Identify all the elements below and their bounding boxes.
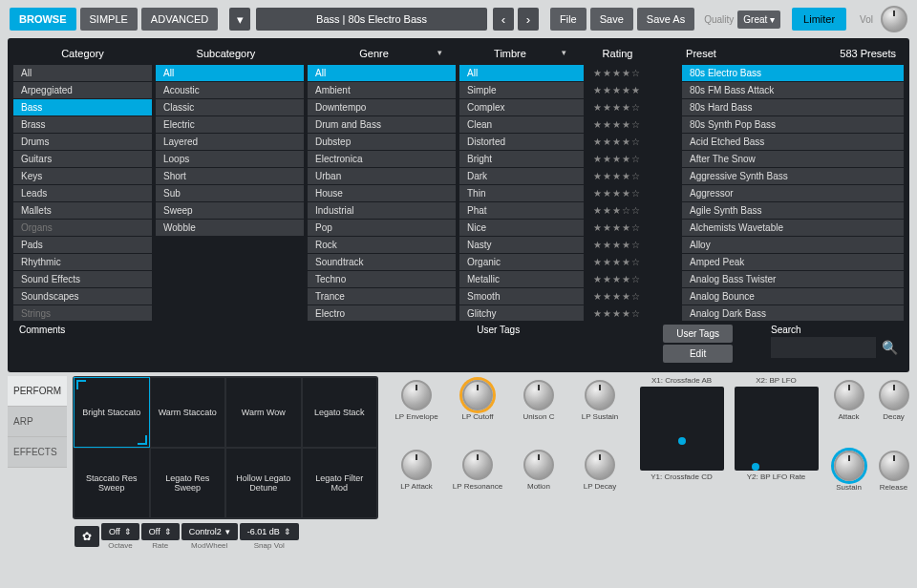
timbre-header[interactable]: Timbre xyxy=(448,44,572,65)
performance-pad[interactable]: Bright Staccato xyxy=(75,378,149,447)
list-item[interactable]: Drum and Bass xyxy=(308,116,456,133)
list-item[interactable]: Simple xyxy=(459,82,584,98)
macro-knob[interactable] xyxy=(523,450,554,480)
list-item[interactable]: Rhythmic xyxy=(13,254,152,270)
performance-pad[interactable]: Legato Res Sweep xyxy=(151,449,225,517)
file-button[interactable]: File xyxy=(550,8,586,31)
genre-header[interactable]: Genre xyxy=(300,44,448,65)
env-knob[interactable] xyxy=(879,451,909,481)
list-item[interactable]: 80s Synth Pop Bass xyxy=(682,116,904,133)
rating-row[interactable]: ★★★★☆ xyxy=(587,254,678,270)
perform-tab[interactable]: PERFORM xyxy=(8,376,67,407)
list-item[interactable]: Metallic xyxy=(459,271,584,287)
rating-list[interactable]: ★★★★☆★★★★★★★★★☆★★★★☆★★★★☆★★★★☆★★★★☆★★★★☆… xyxy=(587,65,678,321)
rating-row[interactable]: ★★★★☆ xyxy=(587,185,678,201)
performance-pad[interactable]: Legato Filter Mod xyxy=(303,449,377,517)
rating-row[interactable]: ★★★★☆ xyxy=(587,99,678,116)
list-item[interactable]: Nasty xyxy=(459,237,584,253)
rate-select[interactable]: Off ⇕ xyxy=(141,523,180,540)
modwheel-select[interactable]: Control2 ▾ xyxy=(181,523,238,540)
prev-preset-button[interactable]: ‹ xyxy=(493,8,514,31)
list-item[interactable]: Urban xyxy=(308,168,456,184)
search-input[interactable] xyxy=(771,337,876,358)
list-item[interactable]: Analog Bounce xyxy=(682,288,904,304)
list-item[interactable]: Organs xyxy=(13,220,152,236)
rating-row[interactable]: ★★★★☆ xyxy=(587,271,678,287)
list-item[interactable]: Industrial xyxy=(308,202,456,219)
list-item[interactable]: Loops xyxy=(156,151,304,167)
settings-gear-button[interactable]: ✿ xyxy=(75,526,99,547)
list-item[interactable]: Guitars xyxy=(13,151,152,167)
list-item[interactable]: Thin xyxy=(459,185,584,201)
rating-row[interactable]: ★★★★☆ xyxy=(587,134,678,150)
list-item[interactable]: Analog Bass Twister xyxy=(682,271,904,287)
simple-tab[interactable]: SIMPLE xyxy=(80,8,138,31)
list-item[interactable]: Dubstep xyxy=(308,134,456,150)
list-item[interactable]: Electric xyxy=(156,116,304,133)
list-item[interactable]: Techno xyxy=(308,271,456,287)
list-item[interactable]: 80s FM Bass Attack xyxy=(682,82,904,98)
subcategory-list[interactable]: AllAcousticClassicElectricLayeredLoopsSh… xyxy=(156,65,304,321)
list-item[interactable]: After The Snow xyxy=(682,151,904,167)
list-item[interactable]: All xyxy=(308,65,456,81)
performance-pad[interactable]: Hollow Legato Detune xyxy=(226,449,301,517)
genre-list[interactable]: AllAmbientDowntempoDrum and BassDubstepE… xyxy=(308,65,456,321)
timbre-list[interactable]: AllSimpleComplexCleanDistortedBrightDark… xyxy=(459,65,584,321)
list-item[interactable]: Distorted xyxy=(459,134,584,150)
list-item[interactable]: Pop xyxy=(308,220,456,236)
list-item[interactable]: Brass xyxy=(13,116,152,133)
save-button[interactable]: Save xyxy=(590,8,633,31)
category-list[interactable]: AllArpeggiatedBassBrassDrumsGuitarsKeysL… xyxy=(13,65,152,321)
list-item[interactable]: Analog Dark Bass xyxy=(682,305,904,321)
list-item[interactable]: Layered xyxy=(156,134,304,150)
list-item[interactable]: Trance xyxy=(308,288,456,304)
preset-list[interactable]: 80s Electro Bass80s FM Bass Attack80s Ha… xyxy=(682,65,904,321)
list-item[interactable]: Pads xyxy=(13,237,152,253)
limiter-button[interactable]: Limiter xyxy=(792,8,846,31)
advanced-tab[interactable]: ADVANCED xyxy=(141,8,218,31)
list-item[interactable]: Classic xyxy=(156,99,304,116)
list-item[interactable]: Bass xyxy=(13,99,152,116)
performance-pad[interactable]: Staccato Res Sweep xyxy=(75,449,149,517)
list-item[interactable]: Organic xyxy=(459,254,584,270)
macro-knob[interactable] xyxy=(585,450,615,480)
rating-row[interactable]: ★★★★☆ xyxy=(587,288,678,304)
list-item[interactable]: Aggressor xyxy=(682,185,904,201)
list-item[interactable]: Wobble xyxy=(156,220,304,236)
xy-pad-2[interactable] xyxy=(735,387,819,471)
rating-row[interactable]: ★★★☆☆ xyxy=(587,202,678,219)
list-item[interactable]: All xyxy=(156,65,304,81)
octave-select[interactable]: Off ⇕ xyxy=(101,523,139,540)
list-item[interactable]: Clean xyxy=(459,116,584,133)
list-item[interactable]: Smooth xyxy=(459,288,584,304)
list-item[interactable]: Alloy xyxy=(682,237,904,253)
effects-tab[interactable]: EFFECTS xyxy=(8,437,67,468)
list-item[interactable]: Ambient xyxy=(308,82,456,98)
list-item[interactable]: Soundscapes xyxy=(13,288,152,304)
list-item[interactable]: Strings xyxy=(13,305,152,321)
rating-row[interactable]: ★★★★☆ xyxy=(587,65,678,81)
list-item[interactable]: Aggressive Synth Bass xyxy=(682,168,904,184)
env-knob[interactable] xyxy=(834,380,864,410)
list-item[interactable]: Electro xyxy=(308,305,456,321)
list-item[interactable]: Electronica xyxy=(308,151,456,167)
list-item[interactable]: Bright xyxy=(459,151,584,167)
edit-button[interactable]: Edit xyxy=(663,345,733,363)
macro-knob[interactable] xyxy=(462,450,493,480)
performance-pad[interactable]: Legato Stack xyxy=(303,378,377,447)
macro-knob[interactable] xyxy=(401,450,432,480)
xy-pad-1[interactable] xyxy=(640,387,724,471)
preset-menu-dropdown[interactable]: ▾ xyxy=(229,8,250,31)
rating-row[interactable]: ★★★★☆ xyxy=(587,220,678,236)
list-item[interactable]: All xyxy=(459,65,584,81)
list-item[interactable]: Alchemists Wavetable xyxy=(682,220,904,236)
list-item[interactable]: 80s Hard Bass xyxy=(682,99,904,116)
browse-tab[interactable]: BROWSE xyxy=(10,8,76,31)
list-item[interactable]: Nice xyxy=(459,220,584,236)
list-item[interactable]: Sound Effects xyxy=(13,271,152,287)
list-item[interactable]: House xyxy=(308,185,456,201)
list-item[interactable]: All xyxy=(13,65,152,81)
macro-knob[interactable] xyxy=(401,380,432,410)
list-item[interactable]: Keys xyxy=(13,168,152,184)
list-item[interactable]: Sweep xyxy=(156,202,304,219)
